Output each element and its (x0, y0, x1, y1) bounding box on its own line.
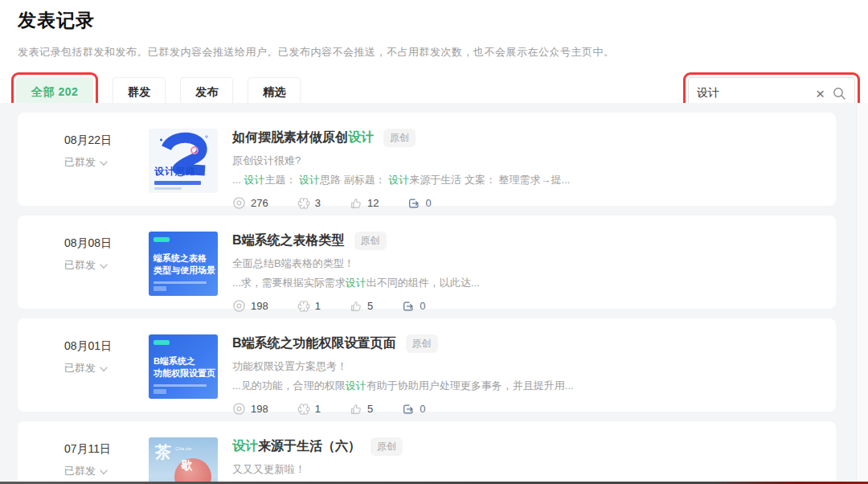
shares-count: 0 (420, 403, 425, 415)
article-title[interactable]: 如何摆脱素材做原创设计 (232, 129, 374, 146)
shares-count: 0 (425, 197, 431, 209)
thumb-decoration (154, 384, 207, 387)
chevron-down-icon (100, 466, 108, 478)
thumbs-up-icon (350, 300, 362, 313)
publish-date: 08月22日 (64, 133, 149, 148)
share-arrow-icon (402, 403, 415, 416)
wow-count: 1 (315, 300, 321, 312)
article-list: 08月22日 已群发 设计思路 (0, 103, 868, 484)
eye-icon (232, 402, 246, 416)
wow-count: 1 (315, 403, 321, 415)
flower-icon (297, 300, 310, 313)
article-card[interactable]: 08月22日 已群发 设计思路 (18, 113, 836, 206)
article-summary: 又又又更新啦！ (232, 462, 820, 477)
likes-count: 5 (367, 300, 373, 312)
stats-row: 198 1 5 0 (232, 402, 820, 416)
thumb-decoration (190, 146, 199, 154)
share-arrow-icon (402, 300, 415, 313)
page-description: 发表记录包括群发和发布。已群发内容会推送给用户。已发布内容不会推送，不占用群发次… (18, 45, 850, 59)
article-summary: 功能权限设置方案思考！ (232, 359, 820, 374)
original-badge: 原创 (354, 232, 387, 250)
chevron-down-icon (100, 260, 108, 272)
thumb-title: 歇 (181, 458, 192, 473)
tab-publish[interactable]: 发布 (180, 77, 233, 106)
thumb-decoration (154, 181, 201, 185)
wow-stat: 1 (297, 300, 321, 313)
article-card[interactable]: 07月11日 已群发 茶 Cha xie 歇 设计来源于生活（六） 原创 (18, 421, 836, 484)
publish-records-page: 发表记录 发表记录包括群发和发布。已群发内容会推送给用户。已发布内容不会推送，不… (0, 0, 868, 484)
thumb-decoration (154, 281, 207, 284)
tab-mass-send[interactable]: 群发 (113, 77, 166, 106)
scrollbar-gutter[interactable] (856, 103, 868, 482)
article-thumbnail[interactable]: 端系统之表格 类型与使用场景 (149, 232, 218, 296)
article-summary: 全面总结B端表格的类型！ (232, 256, 820, 271)
page-title: 发表记录 (18, 8, 850, 33)
flower-icon (297, 197, 310, 210)
article-title[interactable]: B端系统之表格类型 (232, 232, 345, 249)
publish-date: 08月01日 (64, 339, 149, 354)
thumb-title-line: 类型与使用场景 (154, 265, 215, 277)
likes-stat: 12 (350, 197, 379, 210)
article-card[interactable]: 08月08日 已群发 端系统之表格 类型与使用场景 B端系统之表格类型 原 (18, 215, 836, 309)
tab-featured[interactable]: 精选 (248, 77, 301, 106)
likes-stat: 5 (350, 403, 373, 416)
eye-icon (232, 299, 246, 313)
shares-stat: 0 (402, 300, 425, 313)
likes-count: 12 (367, 197, 379, 209)
original-badge: 原创 (371, 437, 403, 456)
thumbs-up-icon (350, 403, 362, 416)
stats-row: 276 3 12 0 (232, 196, 820, 210)
tab-all[interactable]: 全部 202 (16, 77, 93, 106)
page-header: 发表记录 发表记录包括群发和发布。已群发内容会推送给用户。已发布内容不会推送，不… (0, 0, 868, 59)
thumb-decoration (154, 389, 166, 394)
eye-icon (232, 196, 246, 210)
article-excerpt: ... 设计主题： 设计思路 副标题： 设计来源于生活 文案： 整理需求→提..… (232, 173, 820, 187)
shares-stat: 0 (407, 197, 431, 210)
article-thumbnail[interactable]: B端系统之 功能权限设置页 (149, 334, 218, 399)
publish-date: 08月08日 (64, 236, 149, 251)
thumb-title-line: 功能权限设置页 (154, 367, 215, 379)
search-icon[interactable] (833, 87, 846, 100)
status-dropdown[interactable]: 已群发 (64, 258, 108, 273)
shares-count: 0 (420, 300, 425, 312)
article-title[interactable]: 设计来源于生活（六） (232, 438, 361, 455)
status-label: 已群发 (64, 361, 96, 375)
shares-stat: 0 (402, 403, 425, 416)
thumbs-up-icon (350, 197, 362, 210)
status-label: 已群发 (64, 464, 96, 478)
thumb-decoration (154, 286, 166, 291)
original-badge: 原创 (406, 334, 438, 353)
wow-stat: 1 (297, 403, 321, 416)
stats-row: 198 1 5 0 (232, 299, 820, 313)
status-dropdown[interactable]: 已群发 (64, 464, 108, 478)
views-count: 198 (251, 300, 268, 312)
chevron-down-icon (100, 363, 108, 375)
views-stat: 198 (232, 299, 268, 313)
thumb-decoration (154, 237, 170, 242)
article-title[interactable]: B端系统之功能权限设置页面 (232, 335, 396, 352)
status-dropdown[interactable]: 已群发 (64, 361, 108, 375)
status-label: 已群发 (64, 258, 96, 273)
search-input[interactable] (697, 87, 816, 100)
clear-search-icon[interactable]: × (816, 86, 825, 101)
thumb-subtitle: Cha xie (175, 446, 191, 451)
article-summary: 原创设计很难? (232, 154, 820, 168)
article-excerpt: ...求，需要根据实际需求设计出不同的组件，以此达... (232, 276, 820, 290)
chevron-down-icon (100, 157, 108, 169)
thumb-title-line: B端系统之 (154, 355, 215, 367)
views-stat: 198 (232, 402, 268, 416)
article-card[interactable]: 08月01日 已群发 B端系统之 功能权限设置页 B端系统之功能权限设置页面 (18, 318, 836, 412)
wow-count: 3 (315, 197, 321, 209)
article-thumbnail[interactable]: 茶 Cha xie 歇 (149, 437, 218, 484)
thumb-title: 设计思路 (154, 165, 196, 178)
thumb-title-line: 端系统之表格 (154, 252, 215, 265)
publish-date: 07月11日 (64, 442, 149, 457)
thumb-decoration (154, 187, 182, 190)
article-thumbnail[interactable]: 设计思路 (149, 129, 218, 193)
share-arrow-icon (407, 197, 420, 210)
views-count: 276 (251, 197, 268, 209)
article-excerpt: ...见的功能，合理的权限设计有助于协助用户处理更多事务，并且提升用... (232, 379, 820, 393)
status-dropdown[interactable]: 已群发 (64, 155, 108, 170)
likes-stat: 5 (350, 300, 373, 313)
thumb-decoration (154, 340, 170, 345)
